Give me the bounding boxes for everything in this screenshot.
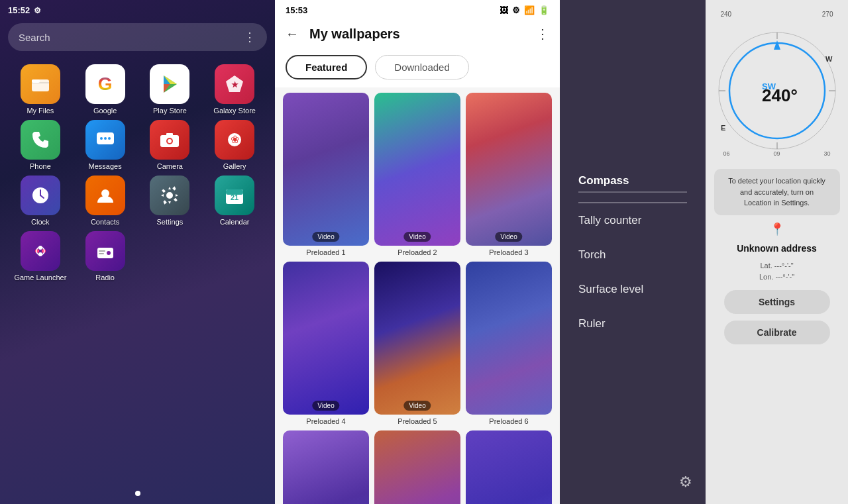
wp-thumb-2: Video — [374, 93, 460, 246]
wp-item-8[interactable]: Preloaded 8 — [374, 430, 460, 504]
svg-point-31 — [107, 251, 111, 255]
compass-coords: Lat. ---°-'-" Lon. ---°-'-" — [759, 260, 794, 283]
app-item-gamelauncher[interactable]: Game Launcher — [11, 231, 70, 281]
wp-item-3[interactable]: Video Preloaded 3 — [466, 93, 552, 256]
wp-tabs: Featured Downloaded — [275, 50, 560, 87]
svg-text:❀: ❀ — [231, 134, 239, 145]
app-icon-gamelauncher — [21, 231, 60, 271]
app-icon-playstore — [150, 64, 189, 104]
app-item-camera[interactable]: Camera — [140, 120, 200, 170]
app-icon-messages — [85, 120, 125, 160]
svg-point-21 — [166, 192, 173, 199]
app-item-calendar[interactable]: 21 Calendar — [205, 176, 264, 226]
wp-item-2[interactable]: Video Preloaded 2 — [374, 93, 460, 256]
lon-label: Lon. — [759, 273, 773, 281]
app-item-gallery[interactable]: ❀ Gallery — [205, 120, 264, 170]
wp-thumb-3: Video — [466, 93, 552, 246]
app-label-calendar: Calendar — [220, 218, 250, 226]
battery-icon: 🔋 — [539, 5, 549, 15]
tool-item-tally[interactable]: Tally counter — [560, 203, 706, 238]
app-label-gamelauncher: Game Launcher — [14, 274, 66, 281]
app-item-radio[interactable]: Radio — [76, 231, 135, 281]
app-label-settings: Settings — [157, 218, 184, 226]
wp-item-7[interactable]: Preloaded 7 — [283, 430, 369, 504]
app-item-clock[interactable]: Clock — [11, 176, 70, 226]
compass-settings-button[interactable]: Settings — [724, 290, 830, 314]
wp-video-badge-1: Video — [312, 232, 339, 242]
svg-point-9 — [104, 137, 107, 140]
compass-scale-top: 240 270 — [714, 11, 840, 18]
home-screen: 15:52 ⚙ Search ⋮ My Files G Google — [0, 0, 275, 504]
wp-item-5[interactable]: Video Preloaded 5 — [374, 262, 460, 425]
wp-thumb-8 — [374, 430, 460, 504]
wp-video-badge-3: Video — [495, 232, 522, 242]
wp-item-1[interactable]: Video Preloaded 1 — [283, 93, 369, 256]
tool-label-ruler: Ruler — [578, 317, 606, 330]
compass-calibrate-button[interactable]: Calibrate — [724, 321, 830, 344]
compass-lon: Lon. ---°-'-" — [759, 272, 794, 283]
app-icon-settings — [150, 176, 189, 215]
tool-item-compass[interactable]: Compass — [560, 164, 706, 203]
wifi-icon: 📶 — [524, 5, 535, 15]
wp-more-button[interactable]: ⋮ — [536, 26, 549, 42]
app-label-messages: Messages — [89, 162, 122, 170]
app-item-myfiles[interactable]: My Files — [11, 64, 70, 115]
lon-value: ---°-'-" — [775, 273, 794, 281]
compass-address: Unknown address — [737, 243, 817, 254]
app-item-playstore[interactable]: Play Store — [140, 64, 200, 115]
tools-menu: Compass Tally counter Torch Surface leve… — [560, 0, 706, 504]
wp-name-4: Preloaded 4 — [283, 417, 369, 425]
scale-label-240: 240 — [721, 11, 732, 18]
wp-name-1: Preloaded 1 — [283, 248, 369, 256]
tool-item-surface[interactable]: Surface level — [560, 272, 706, 307]
home-status-bar: 15:52 ⚙ — [0, 0, 275, 18]
compass-location-icon: 📍 — [770, 222, 784, 236]
app-icon-gallery: ❀ — [215, 120, 254, 160]
svg-point-8 — [100, 137, 103, 140]
tool-item-torch[interactable]: Torch — [560, 238, 706, 272]
app-icon-galaxystore: ★ — [215, 64, 254, 104]
svg-text:E: E — [721, 124, 725, 132]
svg-rect-33 — [99, 253, 104, 254]
app-grid: My Files G Google Play Store — [0, 62, 275, 284]
settings-icon: ⚙ — [512, 5, 520, 15]
wp-item-9[interactable]: Preloaded 9 — [466, 430, 552, 504]
svg-text:W: W — [825, 55, 833, 63]
wp-video-badge-5: Video — [403, 401, 431, 411]
tool-label-tally: Tally counter — [578, 214, 641, 227]
app-item-messages[interactable]: Messages — [76, 120, 135, 170]
wp-back-button[interactable]: ← — [286, 26, 299, 42]
app-item-phone[interactable]: Phone — [11, 120, 70, 170]
search-label: Search — [19, 32, 50, 43]
app-label-phone: Phone — [30, 162, 51, 170]
app-item-galaxystore[interactable]: ★ Galaxy Store — [205, 64, 264, 115]
svg-marker-40 — [774, 40, 780, 50]
wp-video-badge-4: Video — [312, 401, 339, 411]
wp-name-5: Preloaded 5 — [374, 417, 460, 425]
svg-rect-14 — [166, 133, 173, 136]
lat-label: Lat. — [760, 262, 772, 270]
app-item-settings[interactable]: Settings — [140, 176, 200, 226]
app-item-google[interactable]: G Google — [76, 64, 135, 115]
svg-text:★: ★ — [231, 80, 238, 89]
tool-label-torch: Torch — [578, 248, 606, 261]
compass-ticks-svg: SW 240° W E — [714, 25, 840, 157]
app-icon-google: G — [85, 64, 125, 104]
wp-item-6[interactable]: Preloaded 6 — [466, 262, 552, 425]
app-label-galaxystore: Galaxy Store — [213, 107, 256, 115]
wp-item-4[interactable]: Video Preloaded 4 — [283, 262, 369, 425]
tool-label-compass: Compass — [578, 174, 629, 187]
home-search-bar[interactable]: Search ⋮ — [8, 23, 267, 51]
tools-settings-icon[interactable]: ⚙ — [679, 474, 692, 491]
tool-item-ruler[interactable]: Ruler — [560, 307, 706, 341]
app-label-gallery: Gallery — [223, 162, 246, 170]
app-label-camera: Camera — [157, 162, 183, 170]
tab-featured[interactable]: Featured — [286, 55, 367, 79]
tab-downloaded[interactable]: Downloaded — [375, 55, 468, 79]
app-item-contacts[interactable]: Contacts — [76, 176, 135, 226]
app-icon-radio — [85, 231, 125, 271]
svg-text:240°: 240° — [762, 85, 798, 105]
more-options-icon[interactable]: ⋮ — [244, 30, 256, 44]
wp-thumb-4: Video — [283, 262, 369, 415]
wallpapers-screen: 15:53 🖼 ⚙ 📶 🔋 ← My wallpapers ⋮ Featured… — [275, 0, 560, 504]
